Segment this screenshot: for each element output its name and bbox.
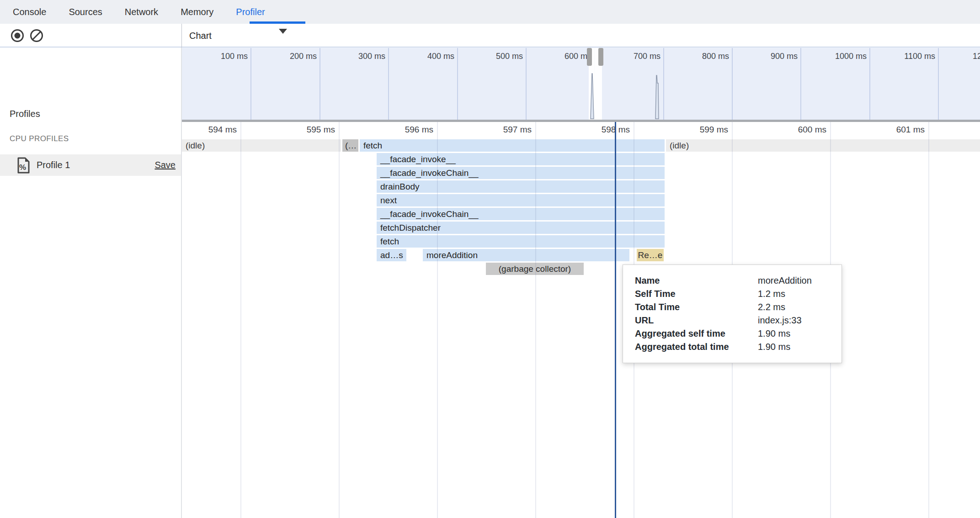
tooltip-value: 1.2 ms — [758, 289, 785, 299]
cpu-activity-spikes — [182, 48, 980, 120]
sidebar-toolbar — [0, 24, 182, 48]
flame-bar--idle-[interactable]: (idle) — [666, 139, 980, 152]
flame-bar-ad-s[interactable]: ad…s — [377, 249, 406, 261]
view-mode-value: Chart — [189, 31, 212, 41]
profile-name: Profile 1 — [37, 160, 70, 170]
save-profile-link[interactable]: Save — [154, 160, 176, 170]
flame-chart[interactable]: 594 ms595 ms596 ms597 ms598 ms599 ms600 … — [182, 122, 980, 518]
selected-time-marker — [615, 122, 616, 518]
triangle-down-icon[interactable] — [279, 29, 287, 34]
ruler-tick-label: 600 ms — [776, 125, 826, 135]
tooltip-row: Aggregated total time1.90 ms — [635, 340, 830, 354]
flame-bar--facade-invokechain-[interactable]: __facade_invokeChain__ — [377, 208, 665, 220]
svg-text:%: % — [19, 163, 26, 172]
flame-bar-drainbody[interactable]: drainBody — [377, 180, 665, 193]
tooltip-row: NamemoreAddition — [635, 274, 830, 287]
tooltip-value: 2.2 ms — [758, 302, 785, 312]
tab-sources[interactable]: Sources — [69, 7, 102, 17]
ruler-tick-label: 596 ms — [383, 125, 433, 135]
selection-handle-left[interactable] — [587, 48, 592, 66]
ruler-gridline — [339, 122, 340, 518]
tooltip-value: index.js:33 — [758, 315, 802, 326]
tooltip-label: Name — [635, 275, 758, 286]
flame-bar-moreaddition[interactable]: moreAddition — [423, 249, 629, 261]
tab-profiler[interactable]: Profiler — [236, 7, 265, 17]
ruler-tick-label: 599 ms — [678, 125, 728, 135]
record-circle-icon — [10, 28, 25, 43]
ruler-gridline — [437, 122, 438, 518]
tooltip-row: Aggregated self time1.90 ms — [635, 327, 830, 340]
cpu-profiles-section-label: CPU PROFILES — [10, 134, 69, 143]
profiles-heading: Profiles — [10, 109, 40, 119]
tooltip-row: URLindex.js:33 — [635, 314, 830, 327]
tooltip-label: Aggregated total time — [635, 342, 758, 352]
tooltip-value: moreAddition — [758, 275, 812, 286]
profile-document-icon: % — [16, 157, 30, 175]
ruler-tick-label: 597 ms — [481, 125, 532, 135]
ruler-tick-label: 601 ms — [874, 125, 925, 135]
tab-console[interactable]: Console — [13, 7, 46, 17]
chart-toolbar: Chart — [182, 24, 980, 48]
flame-bar-next[interactable]: next — [377, 194, 665, 206]
tooltip-label: Aggregated self time — [635, 328, 758, 339]
devtools-window: ConsoleSourcesNetworkMemoryProfiler Char… — [0, 0, 980, 518]
tab-network[interactable]: Network — [125, 7, 158, 17]
tooltip-label: URL — [635, 315, 758, 326]
frame-details-tooltip: NamemoreAdditionSelf Time1.2 msTotal Tim… — [623, 264, 842, 363]
tab-bar: ConsoleSourcesNetworkMemoryProfiler — [0, 0, 980, 24]
ruler-tick-label: 595 ms — [285, 125, 335, 135]
ruler-tick-label: 598 ms — [580, 125, 630, 135]
ruler-tick-label: 594 ms — [186, 125, 237, 135]
tooltip-value: 1.90 ms — [758, 328, 790, 339]
tooltip-label: Self Time — [635, 289, 758, 299]
record-profile-button[interactable] — [10, 28, 25, 43]
tooltip-row: Total Time2.2 ms — [635, 301, 830, 314]
flame-bar-fetch[interactable]: fetch — [360, 139, 665, 152]
flame-bar-fetchdispatcher[interactable]: fetchDispatcher — [377, 222, 665, 234]
flame-bar--garbage-collector-[interactable]: (garbage collector) — [486, 263, 584, 275]
tooltip-label: Total Time — [635, 302, 758, 312]
tooltip-value: 1.90 ms — [758, 342, 790, 352]
flame-bar-re-e[interactable]: Re…e — [637, 249, 664, 261]
flame-bar--facade-invoke-[interactable]: __facade_invoke__ — [377, 153, 665, 165]
timeline-overview[interactable]: 100 ms200 ms300 ms400 ms500 ms600 ms700 … — [182, 48, 980, 120]
ruler-gridline — [535, 122, 536, 518]
tab-memory[interactable]: Memory — [181, 7, 213, 17]
flame-bar--facade-invokechain-[interactable]: __facade_invokeChain__ — [377, 167, 665, 179]
circle-slash-icon — [29, 28, 44, 43]
profiles-sidebar: Profiles CPU PROFILES % Profile 1 Save — [0, 48, 182, 518]
clear-profiles-button[interactable] — [29, 28, 44, 43]
profile-list-item[interactable]: % Profile 1 Save — [0, 154, 181, 176]
ruler-gridline — [928, 122, 929, 518]
flame-bar--idle-[interactable]: (idle) — [182, 139, 341, 152]
selection-handle-right[interactable] — [598, 48, 603, 66]
flame-bar-fetch[interactable]: fetch — [377, 235, 665, 248]
flame-bar--[interactable]: (… — [342, 139, 358, 152]
ruler-gridline — [240, 122, 241, 518]
tooltip-row: Self Time1.2 ms — [635, 287, 830, 301]
